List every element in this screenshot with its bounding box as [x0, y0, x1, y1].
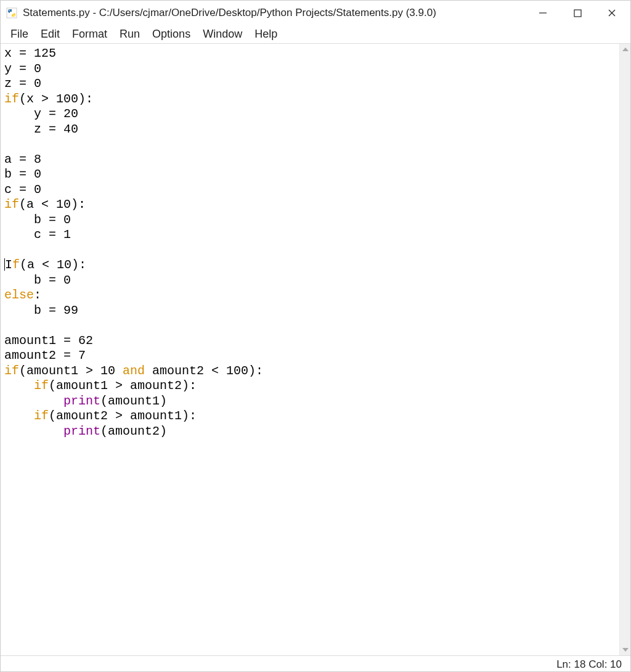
window-title: Statements.py - C:/Users/cjmar/OneDrive/… [23, 7, 537, 19]
code-text [4, 424, 63, 438]
keyword: f [12, 258, 20, 272]
scroll-up-icon[interactable] [620, 44, 630, 55]
code-line: y = 0 [4, 62, 41, 76]
keyword: if [4, 197, 19, 211]
svg-point-1 [9, 10, 10, 11]
close-button[interactable] [606, 7, 618, 19]
menu-options[interactable]: Options [147, 27, 195, 42]
keyword: if [34, 409, 49, 423]
minimize-button[interactable] [537, 7, 549, 19]
keyword: if [4, 92, 19, 106]
code-line: a = 8 [4, 152, 41, 166]
code-text: (a < 10): [20, 258, 86, 272]
keyword: if [34, 379, 49, 393]
code-line: c = 0 [4, 182, 41, 197]
builtin: print [63, 424, 100, 438]
code-text: (amount1 > amount2): [49, 379, 197, 393]
code-line: x = 125 [4, 46, 56, 60]
code-text: (amount2 > amount1): [49, 409, 197, 423]
code-text: (amount1) [100, 394, 167, 408]
code-line: c = 1 [4, 227, 71, 242]
code-text: amount2 < 100): [145, 364, 263, 378]
builtin: print [63, 394, 100, 408]
code-line: b = 0 [4, 167, 41, 181]
text-cursor [4, 258, 5, 271]
code-line: b = 99 [4, 303, 78, 318]
code-text: (a < 10): [19, 197, 86, 211]
menu-file[interactable]: File [6, 27, 33, 42]
scroll-down-icon[interactable] [620, 644, 630, 655]
code-text: I [5, 258, 12, 272]
menu-help[interactable]: Help [250, 27, 282, 42]
code-text [4, 394, 63, 408]
svg-rect-4 [574, 10, 581, 17]
keyword: and [123, 364, 145, 378]
statusbar: Ln: 18 Col: 10 [1, 655, 630, 672]
editor-area: x = 125 y = 0 z = 0 if(x > 100): y = 20 … [1, 44, 630, 655]
code-text: (amount2) [100, 424, 167, 438]
code-line: y = 20 [4, 107, 78, 121]
keyword: if [4, 364, 19, 378]
maximize-button[interactable] [571, 7, 584, 19]
vertical-scrollbar[interactable] [619, 44, 630, 655]
code-text: (x > 100): [19, 92, 93, 106]
python-idle-icon [6, 7, 18, 19]
titlebar: Statements.py - C:/Users/cjmar/OneDrive/… [1, 1, 630, 25]
code-line: b = 0 [4, 213, 71, 227]
menu-run[interactable]: Run [115, 27, 145, 42]
code-text: (amount1 > 10 [19, 364, 123, 378]
code-text [4, 409, 34, 423]
window-controls [537, 7, 625, 19]
menubar: File Edit Format Run Options Window Help [1, 25, 630, 44]
code-line: z = 0 [4, 76, 41, 91]
code-line: amount2 = 7 [4, 348, 86, 363]
keyword: else [4, 288, 34, 302]
cursor-position: Ln: 18 Col: 10 [556, 658, 622, 671]
code-text: : [34, 288, 41, 302]
svg-point-2 [14, 15, 15, 17]
code-text [4, 379, 34, 393]
code-editor[interactable]: x = 125 y = 0 z = 0 if(x > 100): y = 20 … [1, 44, 619, 655]
menu-format[interactable]: Format [67, 27, 112, 42]
menu-edit[interactable]: Edit [36, 27, 65, 42]
code-line: b = 0 [4, 273, 71, 287]
menu-window[interactable]: Window [198, 27, 247, 42]
code-line: z = 40 [4, 122, 78, 136]
code-line: amount1 = 62 [4, 334, 93, 348]
